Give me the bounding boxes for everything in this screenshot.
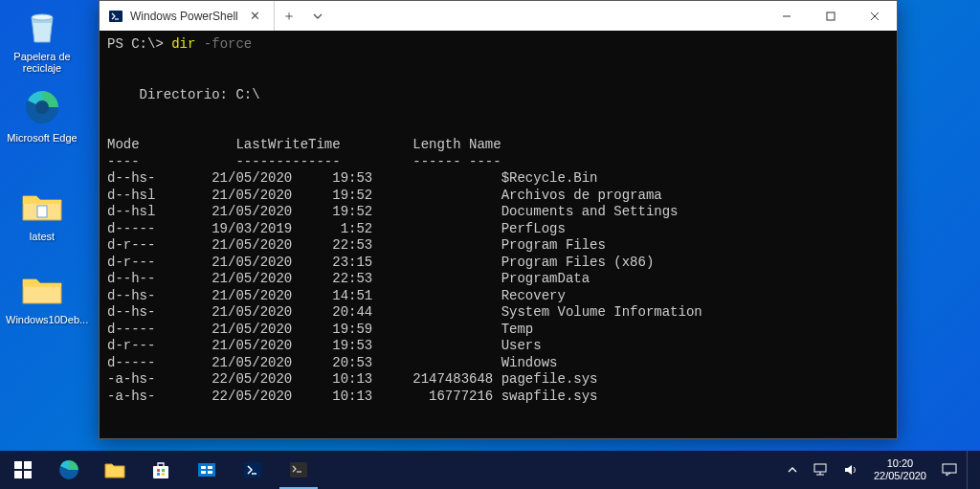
svg-rect-21 xyxy=(201,471,206,474)
titlebar-drag-area[interactable] xyxy=(332,1,765,31)
svg-rect-10 xyxy=(14,471,22,478)
svg-rect-25 xyxy=(290,462,307,478)
clock-date: 22/05/2020 xyxy=(874,470,926,482)
terminal-icon xyxy=(288,459,309,480)
taskbar-store[interactable] xyxy=(138,451,184,489)
svg-rect-27 xyxy=(814,464,826,472)
powershell-icon xyxy=(242,459,263,480)
svg-rect-11 xyxy=(24,471,32,478)
recycle-bin-icon xyxy=(19,3,65,49)
folder-icon xyxy=(19,266,65,312)
store-icon xyxy=(150,459,171,480)
new-tab-button[interactable]: ＋ xyxy=(275,1,303,31)
taskbar-powershell[interactable] xyxy=(230,451,276,489)
svg-rect-30 xyxy=(943,464,956,473)
terminal-window: Windows PowerShell ✕ ＋ PS C:\> dir -forc… xyxy=(99,0,898,439)
tab-dropdown-button[interactable] xyxy=(303,1,332,31)
desktop-icon-folder-windows10deb[interactable]: Windows10Deb... xyxy=(6,266,78,325)
svg-rect-18 xyxy=(198,463,215,477)
svg-rect-3 xyxy=(37,206,47,217)
maximize-icon xyxy=(826,11,835,21)
tray-volume-button[interactable] xyxy=(837,451,864,489)
window-titlebar[interactable]: Windows PowerShell ✕ ＋ xyxy=(100,1,897,31)
svg-rect-4 xyxy=(109,11,122,22)
taskbar-clock[interactable]: 10:20 22/05/2020 xyxy=(868,457,932,482)
close-icon xyxy=(870,11,880,21)
taskbar-settings[interactable] xyxy=(184,451,230,489)
minimize-icon xyxy=(782,11,791,21)
desktop-icon-label: latest xyxy=(6,231,78,242)
svg-point-2 xyxy=(35,100,49,114)
folder-icon xyxy=(19,183,65,229)
folder-icon xyxy=(103,459,126,480)
taskbar-edge[interactable] xyxy=(46,451,92,489)
maximize-button[interactable] xyxy=(809,1,853,31)
notification-icon xyxy=(942,463,957,477)
svg-rect-9 xyxy=(24,461,32,469)
svg-rect-22 xyxy=(208,471,212,474)
settings-tile-icon xyxy=(196,459,217,480)
minimize-button[interactable] xyxy=(765,1,809,31)
svg-rect-17 xyxy=(162,473,165,476)
svg-rect-15 xyxy=(162,469,165,472)
svg-rect-13 xyxy=(153,466,168,478)
desktop-icon-label: Microsoft Edge xyxy=(6,132,78,144)
svg-rect-14 xyxy=(157,469,160,472)
taskbar-terminal[interactable] xyxy=(276,451,322,489)
desktop-icon-label: Windows10Deb... xyxy=(6,314,78,325)
tray-overflow-button[interactable] xyxy=(782,451,803,489)
tab-powershell[interactable]: Windows PowerShell ✕ xyxy=(100,1,275,31)
edge-icon xyxy=(19,84,65,130)
system-tray: 10:20 22/05/2020 xyxy=(782,451,980,489)
chevron-up-icon xyxy=(788,465,797,475)
terminal-output[interactable]: PS C:\> dir -force Directorio: C:\ Mode … xyxy=(100,31,897,438)
svg-rect-20 xyxy=(208,466,212,469)
svg-rect-7 xyxy=(827,12,835,20)
desktop-icon-recycle-bin[interactable]: Papelera de reciclaje xyxy=(6,3,78,74)
chevron-down-icon xyxy=(313,11,323,21)
action-center-button[interactable] xyxy=(936,451,963,489)
windows-logo-icon xyxy=(14,461,32,478)
desktop-icon-folder-latest[interactable]: latest xyxy=(6,183,78,242)
svg-rect-8 xyxy=(14,461,22,469)
window-controls xyxy=(765,1,897,31)
tab-title: Windows PowerShell xyxy=(130,10,238,23)
volume-icon xyxy=(843,463,858,477)
network-icon xyxy=(813,463,828,477)
close-button[interactable] xyxy=(853,1,897,31)
desktop-icon-label: Papelera de reciclaje xyxy=(6,51,78,74)
taskbar-file-explorer[interactable] xyxy=(92,451,138,489)
clock-time: 10:20 xyxy=(874,457,926,470)
desktop-icon-edge[interactable]: Microsoft Edge xyxy=(6,84,78,144)
tray-network-button[interactable] xyxy=(807,451,834,489)
start-button[interactable] xyxy=(0,451,46,489)
edge-icon xyxy=(57,458,80,481)
svg-rect-16 xyxy=(157,473,160,476)
svg-point-0 xyxy=(32,14,53,20)
powershell-icon xyxy=(109,10,122,23)
taskbar: 10:20 22/05/2020 xyxy=(0,451,980,489)
svg-rect-19 xyxy=(201,466,206,469)
tab-close-button[interactable]: ✕ xyxy=(246,9,264,23)
show-desktop-button[interactable] xyxy=(967,451,974,489)
